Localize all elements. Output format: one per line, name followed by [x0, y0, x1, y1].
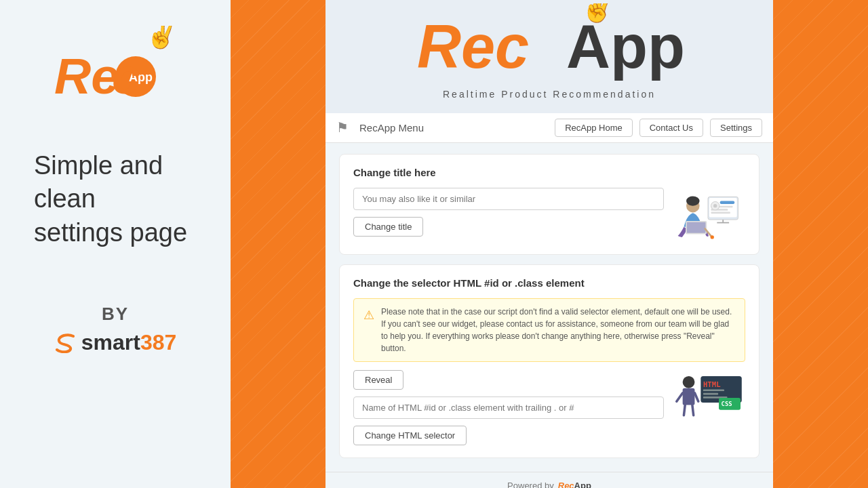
contact-us-button[interactable]: Contact Us [639, 119, 703, 137]
svg-line-26 [677, 392, 683, 401]
svg-text:Rec: Rec [417, 13, 529, 81]
warning-icon: ⚠ [363, 306, 374, 354]
change-title-button[interactable]: Change title [353, 217, 423, 237]
section1-form: Change title [353, 188, 664, 237]
settings-button[interactable]: Settings [710, 119, 762, 137]
svg-text:App: App [566, 13, 685, 81]
panel-tagline: Realtime Product Recommendation [443, 89, 656, 100]
change-html-selector-button[interactable]: Change HTML selector [353, 426, 467, 445]
panel-logo-area: ✌ Rec App Realtime Product Recommendatio… [407, 3, 692, 100]
sidebar-brand: BY smart387 [54, 304, 177, 355]
html-selector-section: Change the selector HTML #id or .class e… [339, 264, 760, 458]
section1-title: Change title here [353, 167, 745, 178]
svg-rect-33 [703, 392, 718, 394]
warning-text: Please note that in the case our script … [381, 306, 735, 354]
sidebar-tagline: Simple and clean settings page [14, 149, 187, 249]
sidebar-logo-svg: ✌ Re App c [47, 26, 183, 121]
nav-menu-title: RecApp Menu [359, 122, 548, 134]
svg-line-27 [694, 392, 698, 401]
tagline-line3: settings page [34, 216, 187, 249]
svg-text:✌: ✌ [144, 26, 180, 53]
panel-nav: ⚑ RecApp Menu RecApp Home Contact Us Set… [326, 113, 773, 143]
svg-rect-10 [720, 201, 734, 203]
svg-text:Re: Re [54, 47, 119, 104]
section1-inner: Change title [353, 188, 745, 242]
smart387-s-icon [54, 333, 79, 353]
tagline-line2: clean [34, 182, 187, 216]
svg-point-24 [683, 375, 695, 388]
svg-line-29 [692, 405, 694, 415]
by-label: BY [54, 304, 177, 325]
svg-text:c: c [112, 47, 140, 104]
powered-by-label: Powered by [507, 481, 554, 489]
smart387-logo: smart387 [54, 330, 177, 355]
svg-point-19 [686, 196, 700, 205]
section2-form: Reveal Change HTML selector [353, 370, 664, 445]
tagline-line1: Simple and [34, 149, 187, 182]
panel-footer: Powered by RecApp [326, 472, 773, 489]
svg-point-15 [713, 204, 717, 207]
html-selector-input[interactable] [353, 396, 664, 419]
person-laptop-illustration [674, 188, 742, 242]
flag-icon: ⚑ [336, 119, 349, 136]
panel-body: Change title here Change title [326, 143, 773, 472]
sidebar: ✌ Re App c Simple and clean settings pag… [0, 0, 231, 488]
brand-name-text: smart387 [81, 330, 177, 355]
svg-rect-25 [683, 388, 695, 405]
svg-point-23 [711, 235, 714, 239]
sidebar-logo: ✌ Re App c [41, 20, 190, 129]
reveal-button[interactable]: Reveal [353, 370, 403, 390]
section1-illustration [671, 188, 745, 242]
recapp-home-button[interactable]: RecApp Home [555, 119, 633, 137]
panel-logo-svg: ✌ Rec App [407, 3, 692, 85]
svg-line-28 [684, 405, 685, 415]
svg-rect-32 [703, 389, 724, 391]
html-css-illustration: HTML CSS [671, 370, 745, 424]
panel-header: ✌ Rec App Realtime Product Recommendatio… [326, 0, 773, 113]
warning-box: ⚠ Please note that in the case our scrip… [353, 298, 745, 362]
svg-rect-13 [711, 211, 730, 214]
svg-text:HTML: HTML [703, 380, 721, 388]
main-content: ✌ Rec App Realtime Product Recommendatio… [231, 0, 868, 488]
footer-recapp-logo: RecApp [558, 481, 591, 489]
change-title-section: Change title here Change title [339, 154, 760, 255]
app-panel: ✌ Rec App Realtime Product Recommendatio… [326, 0, 773, 488]
section2-inner: Reveal Change HTML selector [353, 370, 745, 445]
title-input[interactable] [353, 188, 664, 210]
section2-illustration: HTML CSS [671, 370, 745, 424]
svg-text:CSS: CSS [722, 401, 732, 407]
svg-rect-21 [687, 222, 706, 232]
section2-title: Change the selector HTML #id or .class e… [353, 277, 745, 289]
